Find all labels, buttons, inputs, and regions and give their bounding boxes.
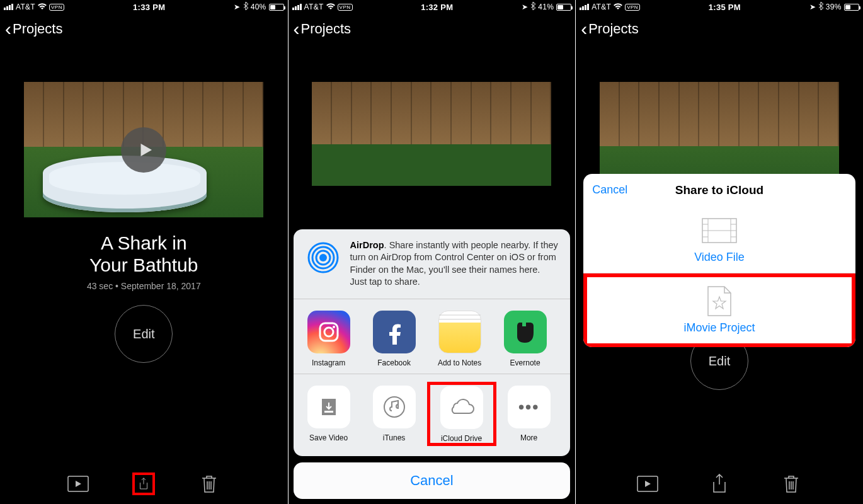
svg-rect-11	[324, 411, 333, 413]
action-label: Save Video	[300, 433, 358, 442]
project-meta: 43 sec • September 18, 2017	[87, 281, 201, 291]
svg-point-12	[384, 397, 404, 417]
airdrop-icon	[305, 239, 341, 276]
clock: 1:35 PM	[709, 3, 741, 12]
project-title: A Shark in Your Bathtub	[89, 232, 198, 276]
location-icon: ➤	[809, 3, 816, 11]
bluetooth-icon	[818, 2, 823, 12]
delete-button[interactable]	[780, 472, 803, 495]
cancel-button[interactable]: Cancel	[294, 462, 571, 499]
share-button[interactable]	[132, 472, 155, 495]
battery-pct: 39%	[826, 3, 842, 11]
project-thumbnail	[600, 82, 839, 186]
svg-point-6	[324, 328, 333, 336]
action-label: iCloud Drive	[433, 434, 491, 443]
option-label: iMovie Project	[587, 321, 852, 335]
svg-point-7	[333, 326, 335, 328]
svg-rect-5	[320, 323, 338, 341]
carrier-label: AT&T	[16, 3, 35, 11]
share-to-icloud-modal: Cancel Share to iCloud Video File iMovie…	[583, 174, 855, 347]
signal-icon	[580, 4, 589, 10]
option-imovie-project[interactable]: iMovie Project	[583, 273, 855, 347]
facebook-icon	[373, 311, 416, 353]
carrier-label: AT&T	[592, 3, 611, 11]
delete-button[interactable]	[198, 472, 220, 495]
back-button[interactable]: Projects	[13, 21, 62, 37]
share-app-evernote[interactable]: Evernote	[496, 311, 554, 367]
nav-bar: ‹ Projects	[0, 14, 288, 44]
airdrop-section[interactable]: AirDrop. Share instantly with people nea…	[294, 229, 571, 299]
action-itunes[interactable]: iTunes	[365, 386, 423, 446]
wifi-icon	[614, 3, 622, 12]
play-slideshow-button[interactable]	[67, 472, 89, 495]
screenshot-1: AT&T VPN 1:33 PM ➤ 40% ‹ Projects	[0, 0, 288, 504]
bottom-toolbar	[576, 464, 863, 504]
share-app-notes[interactable]: Add to Notes	[431, 311, 489, 367]
imovie-project-icon	[702, 287, 737, 315]
edit-button[interactable]: Edit	[115, 305, 173, 363]
battery-pct: 40%	[251, 3, 266, 11]
share-app-instagram[interactable]: Instagram	[300, 311, 358, 367]
save-video-icon	[307, 386, 350, 428]
vpn-badge: VPN	[49, 4, 64, 11]
signal-icon	[4, 4, 13, 10]
share-apps-row: Instagram Facebook Add to Notes	[294, 299, 571, 374]
share-app-more[interactable]	[562, 311, 571, 367]
battery-icon	[269, 4, 284, 11]
app-label: Instagram	[300, 358, 358, 367]
evernote-icon	[504, 311, 547, 353]
option-video-file[interactable]: Video File	[583, 207, 855, 273]
app-label: Add to Notes	[431, 358, 489, 367]
action-label: More	[500, 433, 558, 442]
share-sheet: AirDrop. Share instantly with people nea…	[294, 229, 571, 499]
play-slideshow-button[interactable]	[636, 472, 659, 495]
bluetooth-icon	[243, 2, 248, 12]
more-icon: •••	[508, 386, 551, 428]
action-more[interactable]: ••• More	[500, 386, 558, 446]
action-label: iTunes	[365, 433, 423, 442]
modal-cancel-button[interactable]: Cancel	[592, 183, 627, 197]
share-button[interactable]	[708, 472, 731, 495]
nav-bar: ‹ Projects	[576, 14, 863, 44]
video-file-icon	[702, 217, 737, 244]
share-actions-row: Save Video iTunes iCloud Driv	[294, 374, 571, 456]
action-save-video[interactable]: Save Video	[300, 386, 358, 446]
airdrop-description: AirDrop. Share instantly with people nea…	[350, 239, 559, 289]
status-bar: AT&T VPN 1:33 PM ➤ 40%	[0, 0, 288, 14]
app-label: Evernote	[496, 358, 554, 367]
screenshot-2: AT&T VPN 1:32 PM ➤ 41% ‹ Projects	[288, 0, 576, 504]
svg-point-1	[319, 254, 327, 261]
wifi-icon	[38, 3, 47, 12]
back-chevron-icon[interactable]: ‹	[5, 20, 11, 38]
share-app-facebook[interactable]: Facebook	[365, 311, 423, 367]
screenshot-3: AT&T VPN 1:35 PM ➤ 39% ‹ Projects Cancel…	[575, 0, 863, 504]
project-thumbnail[interactable]	[24, 82, 263, 217]
vpn-badge: VPN	[625, 4, 640, 11]
app-label: Facebook	[365, 358, 423, 367]
itunes-icon	[373, 386, 416, 428]
status-bar: AT&T VPN 1:35 PM ➤ 39%	[576, 0, 863, 14]
location-icon: ➤	[234, 3, 240, 11]
notes-icon	[438, 311, 481, 353]
option-label: Video File	[583, 251, 855, 264]
back-button[interactable]: Projects	[588, 21, 638, 37]
icloud-icon	[440, 386, 483, 429]
instagram-icon	[307, 311, 350, 353]
clock: 1:33 PM	[133, 3, 165, 12]
bottom-toolbar	[0, 464, 288, 504]
action-icloud-drive[interactable]: iCloud Drive	[433, 386, 491, 443]
back-chevron-icon[interactable]: ‹	[581, 20, 587, 38]
play-icon[interactable]	[121, 127, 166, 173]
battery-icon	[844, 4, 859, 11]
